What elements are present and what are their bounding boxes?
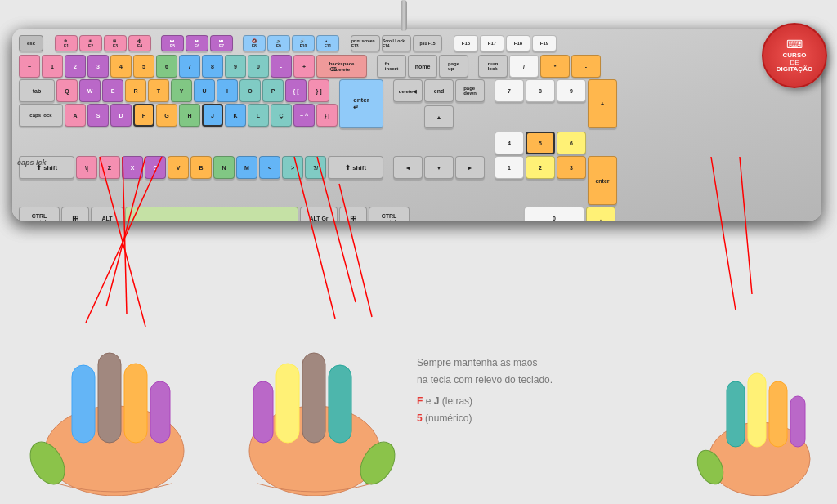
key-a[interactable]: A xyxy=(65,104,86,127)
key-fn-insert[interactable]: fninsert xyxy=(377,55,406,78)
key-o[interactable]: O xyxy=(239,79,261,102)
key-6[interactable]: 6 xyxy=(156,55,177,78)
key-num5[interactable]: 5 xyxy=(526,132,555,154)
key-minus[interactable]: - xyxy=(271,55,292,78)
key-f[interactable]: F xyxy=(133,104,154,127)
key-s[interactable]: S xyxy=(87,104,109,127)
key-8[interactable]: 8 xyxy=(202,55,223,78)
key-tab[interactable]: tab xyxy=(19,79,55,102)
key-enter-tall[interactable]: enter↵ xyxy=(339,79,383,128)
key-f3[interactable]: ⊞F3 xyxy=(104,35,127,51)
key-z[interactable]: Z xyxy=(99,156,120,179)
key-q[interactable]: Q xyxy=(56,79,78,102)
key-2[interactable]: 2 xyxy=(65,55,86,78)
key-tilde[interactable]: ~ xyxy=(19,55,40,78)
key-k[interactable]: K xyxy=(225,104,246,127)
key-m[interactable]: M xyxy=(236,156,257,179)
key-f18[interactable]: F18 xyxy=(506,35,530,51)
key-num7[interactable]: 7 xyxy=(495,79,524,102)
key-pipe[interactable]: } | xyxy=(316,104,338,127)
key-num6[interactable]: 6 xyxy=(557,132,586,154)
key-pause[interactable]: pau F15 xyxy=(413,35,442,51)
key-cedilla[interactable]: Ç xyxy=(271,104,292,127)
key-d[interactable]: D xyxy=(110,104,132,127)
key-ctrl-left[interactable]: CTRLcontrol xyxy=(19,207,60,221)
key-f2[interactable]: ☀F2 xyxy=(79,35,102,51)
key-num8[interactable]: 8 xyxy=(526,79,555,102)
key-backspace[interactable]: backspace⌫delete xyxy=(316,55,367,78)
key-b[interactable]: B xyxy=(190,156,212,179)
key-l[interactable]: L xyxy=(248,104,269,127)
key-delete-fwd[interactable]: delete◀ xyxy=(393,79,423,102)
key-end[interactable]: end xyxy=(424,79,454,102)
key-numlock[interactable]: numlock xyxy=(478,55,508,78)
key-scroll-lock[interactable]: Scroll Lock F14 xyxy=(382,35,411,51)
key-f17[interactable]: F17 xyxy=(480,35,504,51)
key-f11[interactable]: ▲F11 xyxy=(316,35,339,51)
key-tilde-accent[interactable]: ~ ^ xyxy=(293,104,315,127)
key-i[interactable]: I xyxy=(217,79,238,102)
key-numpad-sub[interactable]: - xyxy=(571,55,601,78)
key-numpad-enter[interactable]: enter xyxy=(588,156,617,205)
key-num3[interactable]: 3 xyxy=(557,156,586,179)
key-f1[interactable]: ✲F1 xyxy=(55,35,78,51)
key-f9[interactable]: 🔉F9 xyxy=(267,35,290,51)
key-alt-left[interactable]: ALT xyxy=(91,207,123,221)
key-num2[interactable]: 2 xyxy=(526,156,555,179)
key-f16[interactable]: F16 xyxy=(454,35,478,51)
key-backslash[interactable]: \| xyxy=(76,156,97,179)
key-slash[interactable]: ?/ xyxy=(305,156,326,179)
key-arrow-down[interactable]: ▼ xyxy=(424,156,454,179)
key-f19[interactable]: F19 xyxy=(532,35,557,51)
key-3[interactable]: 3 xyxy=(87,55,109,78)
key-f6[interactable]: ⏯F6 xyxy=(186,35,208,51)
key-numpad-div[interactable]: / xyxy=(509,55,539,78)
key-f10[interactable]: 🔊F10 xyxy=(292,35,315,51)
key-y[interactable]: Y xyxy=(171,79,192,102)
key-comma[interactable]: < xyxy=(259,156,280,179)
key-f4[interactable]: ⏻F4 xyxy=(128,35,151,51)
key-home[interactable]: home xyxy=(408,55,437,78)
key-ctrl-right[interactable]: CTRLcontrol xyxy=(369,207,410,221)
key-n[interactable]: N xyxy=(213,156,235,179)
key-g[interactable]: G xyxy=(156,104,177,127)
key-alt-gr[interactable]: ALT Gr xyxy=(300,207,338,221)
key-win-left[interactable]: ⊞ xyxy=(61,207,89,221)
key-space[interactable] xyxy=(125,207,298,221)
key-u[interactable]: U xyxy=(194,79,215,102)
key-c[interactable]: C xyxy=(145,156,166,179)
key-p[interactable]: P xyxy=(262,79,284,102)
key-plus[interactable]: + xyxy=(293,55,315,78)
key-r[interactable]: R xyxy=(125,79,146,102)
key-num-dot[interactable]: . xyxy=(586,207,615,221)
key-arrow-left[interactable]: ◄ xyxy=(393,156,423,179)
key-num4[interactable]: 4 xyxy=(495,132,524,154)
key-5[interactable]: 5 xyxy=(133,55,154,78)
key-num9[interactable]: 9 xyxy=(557,79,586,102)
key-pageup[interactable]: pageup xyxy=(439,55,468,78)
key-v[interactable]: V xyxy=(168,156,189,179)
key-esc[interactable]: esc xyxy=(19,35,43,51)
key-x[interactable]: X xyxy=(122,156,143,179)
key-arrow-right[interactable]: ► xyxy=(455,156,485,179)
key-f5[interactable]: ⏮F5 xyxy=(161,35,184,51)
key-period[interactable]: > xyxy=(282,156,303,179)
key-4[interactable]: 4 xyxy=(110,55,132,78)
key-9[interactable]: 9 xyxy=(225,55,246,78)
key-0[interactable]: 0 xyxy=(248,55,269,78)
key-e[interactable]: E xyxy=(102,79,123,102)
key-numpad-add[interactable]: + xyxy=(588,79,617,128)
key-w[interactable]: W xyxy=(79,79,101,102)
key-brace-r[interactable]: } ] xyxy=(308,79,329,102)
key-arrow-up[interactable]: ▲ xyxy=(424,105,454,128)
key-print-screen[interactable]: print screen F13 xyxy=(351,35,380,51)
key-7[interactable]: 7 xyxy=(179,55,200,78)
key-pagedown[interactable]: pagedown xyxy=(455,79,485,102)
key-numpad-mul[interactable]: * xyxy=(540,55,570,78)
key-1[interactable]: 1 xyxy=(42,55,63,78)
key-j[interactable]: J xyxy=(202,104,223,127)
key-capslock[interactable]: caps lock xyxy=(19,104,63,127)
key-shift-right[interactable]: ⬆ shift xyxy=(328,156,383,179)
key-t[interactable]: T xyxy=(148,79,169,102)
key-num1[interactable]: 1 xyxy=(495,156,524,179)
